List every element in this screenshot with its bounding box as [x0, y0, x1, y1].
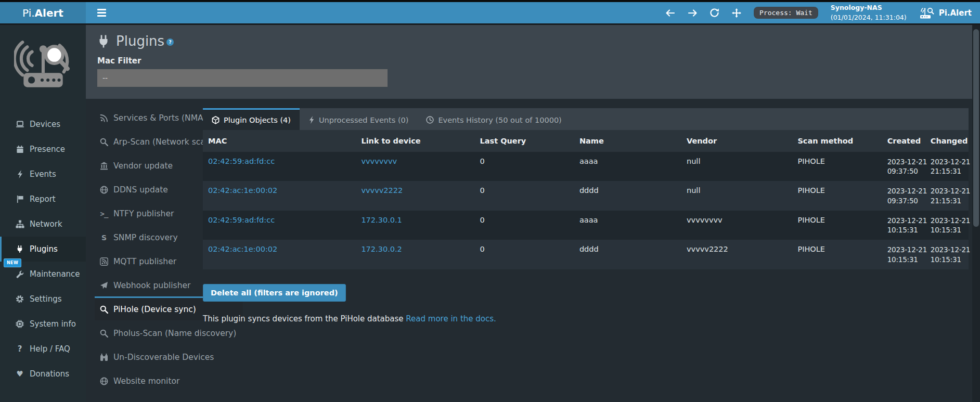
col-created[interactable]: Created [882, 130, 925, 152]
search-icon [98, 305, 110, 314]
sidebar-item-events[interactable]: Events [0, 162, 86, 187]
cube-icon [212, 116, 220, 124]
page-title: Plugins [116, 33, 164, 49]
sidebar-item-report[interactable]: Report [0, 187, 86, 212]
mac-link[interactable]: 02:42:ac:1e:00:02 [208, 186, 277, 194]
brand-right[interactable]: Pi.Alert [919, 6, 972, 20]
created-cell: 2023-12-2109:37:50 [882, 152, 925, 181]
router-icon [919, 6, 935, 20]
device-link[interactable]: vvvvvvvv [361, 157, 397, 165]
col-link-to-device[interactable]: Link to device [356, 130, 474, 152]
sidebar-item-settings[interactable]: Settings [0, 287, 86, 312]
table-header-row: MAC Link to device Last Query Name Vendo… [203, 130, 969, 152]
paper-plane-icon [98, 281, 110, 290]
logo-suffix: Alert [35, 7, 63, 19]
process-status-badge: Process: Wait [754, 7, 818, 19]
docs-link[interactable]: Read more in the docs. [406, 314, 496, 323]
name-cell: dddd [574, 240, 681, 269]
plugin-content-box: Plugin Objects (4) Unprocessed Events (0… [203, 108, 969, 323]
top-navbar: Pi.Alert Process: Wait [0, 2, 980, 25]
sitemap-icon [14, 220, 25, 228]
col-mac[interactable]: MAC [203, 130, 356, 152]
forward-arrow-icon[interactable] [688, 9, 698, 17]
mac-filter-label: Mac Filter [97, 56, 980, 66]
sidebar-item-help-faq[interactable]: ? Help / FAQ [0, 336, 86, 361]
back-arrow-icon[interactable] [665, 9, 675, 17]
plugin-nav-label: SNMP discovery [113, 233, 178, 242]
plugin-nav-label: Arp-Scan (Network scan) [113, 137, 214, 147]
scrollbar-thumb[interactable] [973, 29, 979, 227]
col-last-query[interactable]: Last Query [475, 130, 574, 152]
sidebar-item-maintenance[interactable]: NEW Maintenance [0, 262, 86, 287]
flag-icon [14, 195, 25, 203]
plugin-nav-label: Un-Discoverable Devices [113, 353, 214, 362]
vendor-cell: null [681, 152, 792, 181]
col-changed[interactable]: Changed [925, 130, 969, 152]
tab-plugin-objects[interactable]: Plugin Objects (4) [203, 108, 300, 130]
mac-link[interactable]: 02:42:ac:1e:00:02 [208, 245, 277, 253]
move-icon[interactable] [732, 8, 741, 18]
logo-prefix: Pi. [22, 7, 35, 19]
sidebar-item-label: Report [30, 194, 56, 204]
sidebar-item-label: System info [30, 319, 76, 329]
plug-icon [14, 245, 25, 253]
mac-link[interactable]: 02:42:59:ad:fd:cc [208, 157, 275, 165]
sidebar-item-presence[interactable]: Presence [0, 137, 86, 162]
created-cell: 2023-12-2110:15:31 [882, 240, 925, 269]
search-icon [98, 138, 110, 146]
bolt-icon [308, 116, 315, 124]
sidebar-toggle-icon[interactable] [95, 7, 108, 18]
mac-link[interactable]: 02:42:59:ad:fd:cc [208, 216, 275, 224]
table-row: 02:42:59:ad:fd:cc vvvvvvvv 0 aaaa null P… [203, 152, 969, 181]
host-info: Synology-NAS (01/01/2024, 11:31:04) [831, 3, 907, 22]
host-time: (01/01/2024, 11:31:04) [831, 13, 907, 22]
sidebar-item-label: Devices [30, 120, 60, 129]
delete-all-button[interactable]: Delete all (filters are ignored) [203, 284, 346, 302]
sidebar-item-label: Plugins [30, 244, 58, 254]
sidebar-item-label: Donations [30, 369, 69, 379]
sidebar-item-label: Events [30, 170, 56, 179]
help-badge[interactable]: ? [166, 38, 174, 46]
sidebar-item-network[interactable]: Network [0, 212, 86, 237]
plugin-objects-table: MAC Link to device Last Query Name Vendo… [203, 130, 969, 269]
question-icon: ? [14, 344, 25, 354]
plugin-nav-label: NTFY publisher [113, 209, 174, 218]
plugin-nav-label: Pholus-Scan (Name discovery) [113, 329, 236, 338]
sidebar-item-system-info[interactable]: System info [0, 312, 86, 336]
mac-filter-input[interactable] [97, 69, 388, 87]
refresh-icon[interactable] [710, 8, 719, 17]
plugin-nav-item-website-monitor[interactable]: Website monitor [95, 368, 243, 392]
device-link[interactable]: 172.30.0.2 [361, 245, 402, 253]
sidebar-item-plugins[interactable]: Plugins [0, 237, 86, 262]
gear-icon [14, 295, 25, 303]
tab-events-history[interactable]: Events History (50 out of 10000) [417, 108, 570, 130]
chip-icon [14, 320, 25, 328]
device-link[interactable]: 172.30.0.1 [361, 216, 402, 224]
sidebar-item-devices[interactable]: Devices [0, 112, 86, 137]
col-name[interactable]: Name [574, 130, 681, 152]
tab-unprocessed-events[interactable]: Unprocessed Events (0) [300, 108, 418, 130]
app-logo[interactable]: Pi.Alert [0, 2, 86, 23]
col-scan-method[interactable]: Scan method [792, 130, 882, 152]
vendor-cell: vvvvv2222 [681, 240, 792, 269]
last-query-cell: 0 [475, 240, 574, 269]
sidebar-item-donations[interactable]: ♥ Donations [0, 361, 86, 386]
sidebar-item-label: Network [30, 219, 62, 229]
last-query-cell: 0 [475, 211, 574, 240]
vendor-cell: null [681, 181, 792, 210]
clock-icon [426, 116, 434, 124]
brand-label: Pi.Alert [939, 8, 972, 18]
scan-method-cell: PIHOLE [792, 240, 882, 269]
scan-method-cell: PIHOLE [792, 211, 882, 240]
device-link[interactable]: vvvvv2222 [361, 186, 403, 194]
sidebar: Devices Presence Events Report Network [0, 25, 86, 402]
plugin-nav-item-un-discoverable[interactable]: Un-Discoverable Devices [95, 344, 243, 368]
col-vendor[interactable]: Vendor [681, 130, 792, 152]
globe-icon [98, 186, 110, 194]
sidebar-logo-image [0, 25, 86, 104]
snmp-letter-icon: S [98, 234, 110, 242]
page-header-panel: Plugins ? Mac Filter [86, 25, 980, 99]
plugin-nav-item-pholus-scan[interactable]: Pholus-Scan (Name discovery) [95, 320, 243, 344]
page-scrollbar[interactable] [972, 25, 980, 402]
plugin-nav-label: Vendor update [113, 161, 173, 171]
